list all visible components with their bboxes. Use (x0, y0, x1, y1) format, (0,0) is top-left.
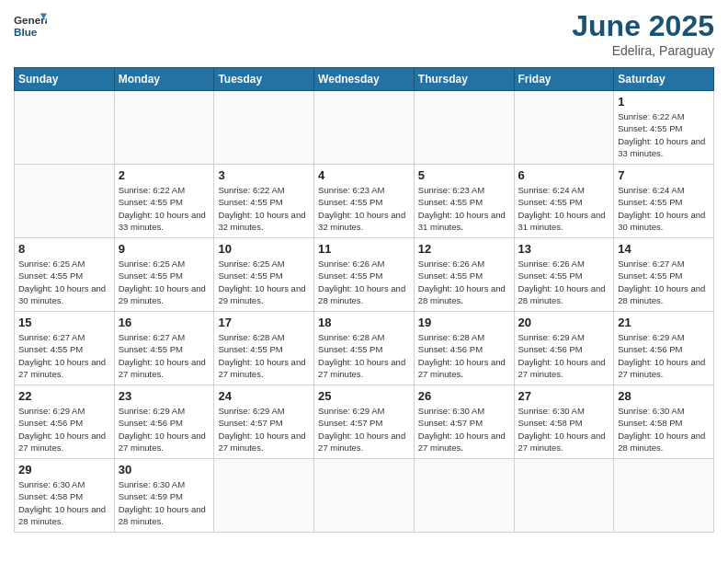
day-detail: Sunrise: 6:25 AMSunset: 4:55 PMDaylight:… (18, 258, 110, 306)
day-detail: Sunrise: 6:29 AMSunset: 4:56 PMDaylight:… (518, 331, 610, 380)
day-cell: 6Sunrise: 6:24 AMSunset: 4:55 PMDaylight… (514, 165, 614, 238)
day-detail: Sunrise: 6:26 AMSunset: 4:55 PMDaylight:… (318, 258, 410, 306)
day-number: 4 (318, 168, 410, 182)
day-detail: Sunrise: 6:24 AMSunset: 4:55 PMDaylight:… (518, 184, 610, 233)
day-number: 9 (119, 242, 210, 256)
day-header-wednesday: Wednesday (314, 68, 415, 91)
day-detail: Sunrise: 6:25 AMSunset: 4:55 PMDaylight:… (119, 258, 210, 306)
day-number: 7 (618, 168, 710, 182)
day-detail: Sunrise: 6:27 AMSunset: 4:55 PMDaylight:… (18, 331, 110, 380)
logo: General Blue (14, 9, 49, 42)
day-header-saturday: Saturday (614, 68, 714, 91)
empty-cell (214, 91, 314, 165)
header: General Blue June 2025 Edelira, Paraguay (14, 9, 714, 58)
day-header-sunday: Sunday (15, 68, 115, 91)
day-detail: Sunrise: 6:25 AMSunset: 4:55 PMDaylight:… (218, 258, 310, 306)
day-detail: Sunrise: 6:30 AMSunset: 4:58 PMDaylight:… (618, 405, 710, 454)
day-cell (314, 459, 415, 533)
day-number: 21 (618, 316, 710, 329)
day-header-thursday: Thursday (414, 68, 514, 91)
calendar-container: General Blue June 2025 Edelira, Paraguay… (0, 0, 728, 546)
day-number: 22 (18, 389, 110, 403)
empty-cell (414, 91, 514, 165)
day-number: 26 (418, 389, 510, 403)
day-cell: 2Sunrise: 6:22 AMSunset: 4:55 PMDaylight… (114, 165, 214, 238)
day-cell: 13Sunrise: 6:26 AMSunset: 4:55 PMDayligh… (514, 238, 614, 312)
day-cell: 15Sunrise: 6:27 AMSunset: 4:55 PMDayligh… (15, 312, 115, 385)
day-number: 2 (119, 168, 210, 182)
title-block: June 2025 Edelira, Paraguay (572, 9, 714, 58)
day-detail: Sunrise: 6:29 AMSunset: 4:56 PMDaylight:… (618, 331, 710, 380)
day-cell (214, 459, 314, 533)
day-number: 10 (218, 242, 310, 256)
day-detail: Sunrise: 6:29 AMSunset: 4:57 PMDaylight:… (318, 405, 410, 454)
day-cell: 11Sunrise: 6:26 AMSunset: 4:55 PMDayligh… (314, 238, 415, 312)
day-cell: 21Sunrise: 6:29 AMSunset: 4:56 PMDayligh… (614, 312, 714, 385)
day-number: 23 (119, 389, 210, 403)
day-detail: Sunrise: 6:29 AMSunset: 4:56 PMDaylight:… (18, 405, 110, 454)
day-header-friday: Friday (514, 68, 614, 91)
day-detail: Sunrise: 6:27 AMSunset: 4:55 PMDaylight:… (119, 331, 210, 380)
day-number: 12 (418, 242, 510, 256)
empty-cell (314, 91, 415, 165)
calendar-table: SundayMondayTuesdayWednesdayThursdayFrid… (14, 67, 714, 533)
day-cell (414, 459, 514, 533)
day-cell: 29Sunrise: 6:30 AMSunset: 4:58 PMDayligh… (15, 459, 115, 533)
day-cell: 23Sunrise: 6:29 AMSunset: 4:56 PMDayligh… (114, 385, 214, 459)
day-number: 11 (318, 242, 410, 256)
day-cell: 1Sunrise: 6:22 AMSunset: 4:55 PMDaylight… (614, 91, 714, 165)
day-detail: Sunrise: 6:23 AMSunset: 4:55 PMDaylight:… (418, 184, 510, 233)
day-detail: Sunrise: 6:22 AMSunset: 4:55 PMDaylight:… (218, 184, 310, 233)
day-cell: 25Sunrise: 6:29 AMSunset: 4:57 PMDayligh… (314, 385, 415, 459)
day-detail: Sunrise: 6:22 AMSunset: 4:55 PMDaylight:… (119, 184, 210, 233)
day-cell (514, 459, 614, 533)
day-detail: Sunrise: 6:30 AMSunset: 4:57 PMDaylight:… (418, 405, 510, 454)
day-cell: 18Sunrise: 6:28 AMSunset: 4:55 PMDayligh… (314, 312, 415, 385)
day-cell: 22Sunrise: 6:29 AMSunset: 4:56 PMDayligh… (15, 385, 115, 459)
day-detail: Sunrise: 6:28 AMSunset: 4:55 PMDaylight:… (318, 331, 410, 380)
empty-cell (114, 91, 214, 165)
day-detail: Sunrise: 6:30 AMSunset: 4:59 PMDaylight:… (119, 478, 210, 527)
day-detail: Sunrise: 6:23 AMSunset: 4:55 PMDaylight:… (318, 184, 410, 233)
day-number: 1 (618, 95, 710, 109)
day-number: 15 (18, 316, 110, 329)
day-number: 13 (518, 242, 610, 256)
day-cell: 7Sunrise: 6:24 AMSunset: 4:55 PMDaylight… (614, 165, 714, 238)
day-detail: Sunrise: 6:26 AMSunset: 4:55 PMDaylight:… (518, 258, 610, 306)
empty-cell (514, 91, 614, 165)
week-row: 22Sunrise: 6:29 AMSunset: 4:56 PMDayligh… (15, 385, 714, 459)
day-number: 25 (318, 389, 410, 403)
day-number: 29 (18, 463, 110, 477)
day-number: 19 (418, 316, 510, 329)
day-number: 17 (218, 316, 310, 329)
empty-cell (15, 165, 115, 238)
day-number: 24 (218, 389, 310, 403)
day-number: 16 (119, 316, 210, 329)
header-row: SundayMondayTuesdayWednesdayThursdayFrid… (15, 68, 714, 91)
svg-text:Blue: Blue (14, 26, 38, 38)
day-number: 20 (518, 316, 610, 329)
day-cell: 19Sunrise: 6:28 AMSunset: 4:56 PMDayligh… (414, 312, 514, 385)
day-detail: Sunrise: 6:29 AMSunset: 4:56 PMDaylight:… (119, 405, 210, 454)
day-detail: Sunrise: 6:28 AMSunset: 4:56 PMDaylight:… (418, 331, 510, 380)
day-cell: 8Sunrise: 6:25 AMSunset: 4:55 PMDaylight… (15, 238, 115, 312)
day-cell: 26Sunrise: 6:30 AMSunset: 4:57 PMDayligh… (414, 385, 514, 459)
day-cell (614, 459, 714, 533)
day-detail: Sunrise: 6:28 AMSunset: 4:55 PMDaylight:… (218, 331, 310, 380)
day-cell: 16Sunrise: 6:27 AMSunset: 4:55 PMDayligh… (114, 312, 214, 385)
day-number: 8 (18, 242, 110, 256)
day-cell: 5Sunrise: 6:23 AMSunset: 4:55 PMDaylight… (414, 165, 514, 238)
day-cell: 30Sunrise: 6:30 AMSunset: 4:59 PMDayligh… (114, 459, 214, 533)
empty-cell (15, 91, 115, 165)
week-row: 15Sunrise: 6:27 AMSunset: 4:55 PMDayligh… (15, 312, 714, 385)
day-detail: Sunrise: 6:30 AMSunset: 4:58 PMDaylight:… (18, 478, 110, 527)
day-header-tuesday: Tuesday (214, 68, 314, 91)
day-cell: 9Sunrise: 6:25 AMSunset: 4:55 PMDaylight… (114, 238, 214, 312)
day-number: 3 (218, 168, 310, 182)
day-cell: 10Sunrise: 6:25 AMSunset: 4:55 PMDayligh… (214, 238, 314, 312)
day-detail: Sunrise: 6:27 AMSunset: 4:55 PMDaylight:… (618, 258, 710, 306)
day-cell: 24Sunrise: 6:29 AMSunset: 4:57 PMDayligh… (214, 385, 314, 459)
week-row: 29Sunrise: 6:30 AMSunset: 4:58 PMDayligh… (15, 459, 714, 533)
day-number: 6 (518, 168, 610, 182)
week-row: 2Sunrise: 6:22 AMSunset: 4:55 PMDaylight… (15, 165, 714, 238)
